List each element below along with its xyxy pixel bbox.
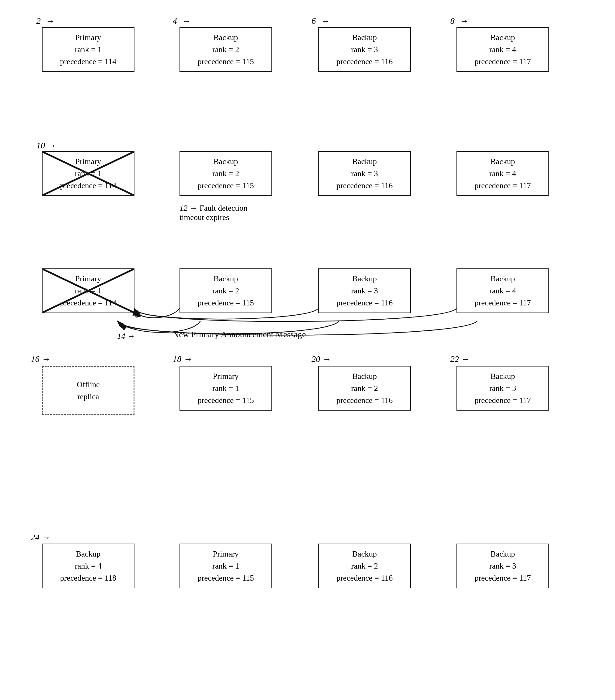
node-8-rank: rank = 4 — [460, 167, 545, 179]
node-5-role: Primary — [46, 155, 131, 167]
node-16-role: Backup — [460, 370, 545, 382]
ref-4: 4 → — [173, 16, 191, 26]
node-4-precedence: precedence = 117 — [460, 55, 545, 67]
node-1-precedence: precedence = 114 — [46, 55, 131, 67]
node-10-precedence: precedence = 115 — [183, 297, 268, 309]
node-11-role: Backup — [322, 273, 407, 285]
node-1: Primary rank = 1 precedence = 114 — [42, 27, 135, 72]
ref-18: 18 → — [173, 354, 192, 364]
node-9-precedence: precedence = 114 — [46, 297, 131, 309]
node-4: Backup rank = 4 precedence = 117 — [456, 27, 549, 72]
node-15-rank: rank = 2 — [322, 382, 407, 394]
node-14-precedence: precedence = 115 — [183, 394, 268, 406]
node-16-rank: rank = 3 — [460, 382, 545, 394]
offline-replica-label2: replica — [77, 390, 99, 403]
node-17: Backup rank = 4 precedence = 118 — [42, 543, 135, 588]
node-16: Backup rank = 3 precedence = 117 — [456, 366, 549, 411]
ref-24: 24 → — [31, 533, 50, 542]
ref-14-label: 14 → — [117, 332, 135, 341]
node-10-rank: rank = 2 — [183, 285, 268, 297]
node-1-role: Primary — [46, 32, 131, 43]
node-2: Backup rank = 2 precedence = 115 — [179, 27, 272, 72]
ref-16: 16 → — [31, 354, 50, 364]
annotation-12: 12 → Fault detectiontimeout expires — [179, 204, 247, 222]
node-3-precedence: precedence = 116 — [322, 55, 407, 67]
node-15-precedence: precedence = 116 — [322, 394, 407, 406]
node-15: Backup rank = 2 precedence = 116 — [318, 366, 411, 411]
node-18-precedence: precedence = 115 — [183, 572, 268, 584]
node-6-precedence: precedence = 115 — [183, 179, 268, 191]
node-14-role: Primary — [183, 370, 268, 382]
node-4-role: Backup — [460, 32, 545, 43]
node-19-role: Backup — [322, 548, 407, 560]
node-14-rank: rank = 1 — [183, 382, 268, 394]
node-12-precedence: precedence = 117 — [460, 297, 545, 309]
node-10-role: Backup — [183, 273, 268, 285]
node-5-precedence: precedence = 114 — [46, 179, 131, 191]
node-8-role: Backup — [460, 155, 545, 167]
node-8: Backup rank = 4 precedence = 117 — [456, 151, 549, 196]
node-7-precedence: precedence = 116 — [322, 179, 407, 191]
node-18-role: Primary — [183, 548, 268, 560]
node-12: Backup rank = 4 precedence = 117 — [456, 268, 549, 313]
node-1-rank: rank = 1 — [46, 43, 131, 55]
node-3-role: Backup — [322, 32, 407, 43]
node-9-rank: rank = 1 — [46, 285, 131, 297]
new-primary-announcement: New Primary Announcement Message — [173, 329, 306, 339]
node-20-role: Backup — [460, 548, 545, 560]
node-19: Backup rank = 2 precedence = 116 — [318, 543, 411, 588]
node-11: Backup rank = 3 precedence = 116 — [318, 268, 411, 313]
node-4-rank: rank = 4 — [460, 43, 545, 55]
node-6-role: Backup — [183, 155, 268, 167]
diagram-area: 2 → Primary rank = 1 precedence = 114 4 … — [0, 0, 615, 700]
node-20-precedence: precedence = 117 — [460, 572, 545, 584]
node-3: Backup rank = 3 precedence = 116 — [318, 27, 411, 72]
node-16-precedence: precedence = 117 — [460, 394, 545, 406]
ref-22: 22 → — [450, 354, 470, 364]
node-11-precedence: precedence = 116 — [322, 297, 407, 309]
ref-20: 20 → — [312, 354, 331, 364]
ref-2: 2 → — [36, 16, 54, 26]
node-9-role: Primary — [46, 273, 131, 285]
node-8-precedence: precedence = 117 — [460, 179, 545, 191]
node-20: Backup rank = 3 precedence = 117 — [456, 543, 549, 588]
offline-replica-label: Offline — [77, 378, 100, 390]
ref-10: 10 → — [36, 141, 56, 151]
node-7: Backup rank = 3 precedence = 116 — [318, 151, 411, 196]
node-6-rank: rank = 2 — [183, 167, 268, 179]
node-2-role: Backup — [183, 32, 268, 43]
node-12-rank: rank = 4 — [460, 285, 545, 297]
ref-8: 8 → — [450, 16, 468, 26]
node-17-rank: rank = 4 — [46, 560, 131, 572]
arrows-svg — [0, 0, 615, 700]
node-7-rank: rank = 3 — [322, 167, 407, 179]
node-15-role: Backup — [322, 370, 407, 382]
node-14: Primary rank = 1 precedence = 115 — [179, 366, 272, 411]
node-5-rank: rank = 1 — [46, 167, 131, 179]
node-19-precedence: precedence = 116 — [322, 572, 407, 584]
node-6: Backup rank = 2 precedence = 115 — [179, 151, 272, 196]
node-17-precedence: precedence = 118 — [46, 572, 131, 584]
node-2-rank: rank = 2 — [183, 43, 268, 55]
node-5-crossed: Primary rank = 1 precedence = 114 — [42, 151, 135, 196]
node-10: Backup rank = 2 precedence = 115 — [179, 268, 272, 313]
node-7-role: Backup — [322, 155, 407, 167]
node-18: Primary rank = 1 precedence = 115 — [179, 543, 272, 588]
node-19-rank: rank = 2 — [322, 560, 407, 572]
node-9-crossed: Primary rank = 1 precedence = 114 — [42, 268, 135, 313]
node-17-role: Backup — [46, 548, 131, 560]
node-11-rank: rank = 3 — [322, 285, 407, 297]
node-20-rank: rank = 3 — [460, 560, 545, 572]
node-offline-replica: Offline replica — [42, 366, 135, 415]
annotation-12-text: Fault detectiontimeout expires — [179, 204, 247, 222]
node-12-role: Backup — [460, 273, 545, 285]
node-3-rank: rank = 3 — [322, 43, 407, 55]
ref-6: 6 → — [312, 16, 329, 26]
node-18-rank: rank = 1 — [183, 560, 268, 572]
node-2-precedence: precedence = 115 — [183, 55, 268, 67]
